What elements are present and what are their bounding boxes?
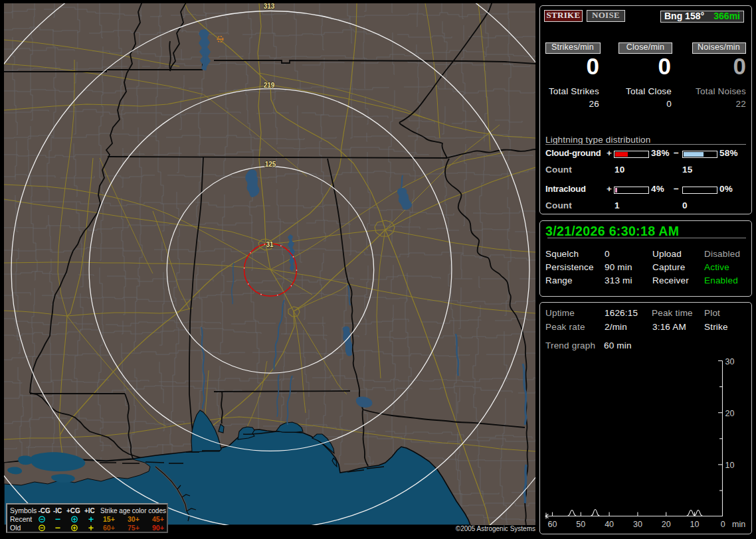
svg-text:30: 30 <box>633 520 642 529</box>
svg-text:20: 20 <box>662 520 671 529</box>
svg-text:40: 40 <box>605 520 614 529</box>
svg-text:30: 30 <box>725 357 735 366</box>
svg-text:60: 60 <box>548 520 557 529</box>
svg-text:0: 0 <box>721 520 725 529</box>
svg-text:10: 10 <box>690 520 700 529</box>
svg-text:50: 50 <box>576 520 585 529</box>
svg-text:min: min <box>732 520 745 529</box>
svg-text:10: 10 <box>725 461 735 470</box>
svg-text:20: 20 <box>725 409 735 418</box>
